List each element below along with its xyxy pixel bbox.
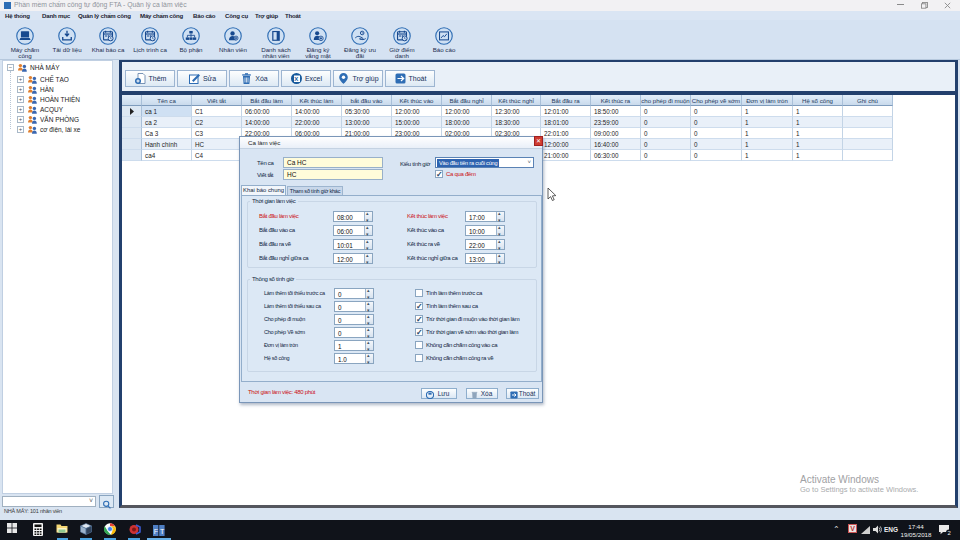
svg-text:X: X [294,76,298,82]
svg-text:T: T [160,528,165,535]
svg-text:F: F [154,528,158,535]
